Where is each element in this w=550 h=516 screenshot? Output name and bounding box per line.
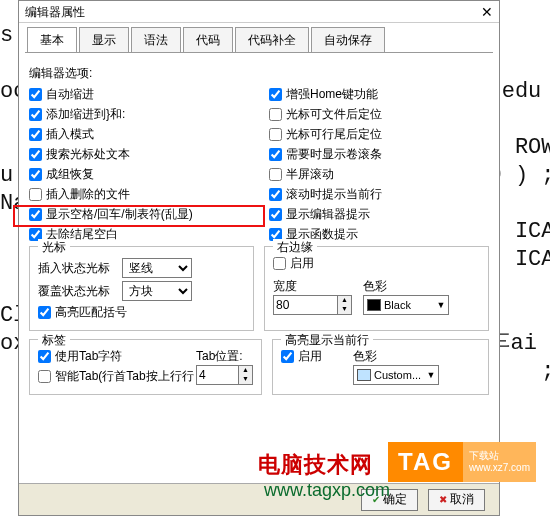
right-margin-color-picker[interactable]: Black ▼ (363, 295, 449, 315)
option-left-2[interactable]: 插入模式 (29, 126, 94, 143)
tab-pos-label: Tab位置: (196, 348, 253, 365)
option-right-0[interactable]: 增强Home键功能 (269, 86, 378, 103)
option-right-3[interactable]: 需要时显示卷滚条 (269, 146, 382, 163)
highlight-line-legend: 高亮显示当前行 (281, 332, 373, 349)
tab-legend: 标签 (38, 332, 70, 349)
chevron-up-icon[interactable]: ▲ (338, 296, 351, 305)
option-right-2[interactable]: 光标可行尾后定位 (269, 126, 382, 143)
tab-1[interactable]: 显示 (79, 27, 129, 52)
tab-2[interactable]: 语法 (131, 27, 181, 52)
chevron-down-icon[interactable]: ▼ (434, 300, 448, 310)
right-margin-width-label: 宽度 (273, 278, 363, 295)
smart-tab-checkbox[interactable]: 智能Tab(行首Tab按上行行 (38, 368, 194, 385)
watermark-tag-badge: TAG 下载站www.xz7.com (388, 442, 536, 482)
highlight-line-color-picker[interactable]: Custom... ▼ (353, 365, 439, 385)
chevron-up-icon[interactable]: ▲ (239, 366, 252, 375)
chevron-down-icon[interactable]: ▼ (424, 370, 438, 380)
right-margin-group: 右边缘 启用 宽度 ▲▼ 色彩 Black (264, 246, 489, 331)
option-right-5[interactable]: 滚动时提示当前行 (269, 186, 382, 203)
option-left-3[interactable]: 搜索光标处文本 (29, 146, 130, 163)
watermark-tag: TAG (388, 442, 463, 482)
option-left-1[interactable]: 添加缩进到}和: (29, 106, 125, 123)
option-left-5[interactable]: 插入删除的文件 (29, 186, 130, 203)
watermark-link: www.tagxp.com (264, 480, 390, 501)
caret-over-label: 覆盖状态光标 (38, 283, 122, 300)
option-left-4[interactable]: 成组恢复 (29, 166, 94, 183)
dialog-title: 编辑器属性 (25, 4, 85, 21)
right-margin-width-stepper[interactable]: ▲▼ (273, 295, 352, 315)
caret-insert-select[interactable]: 竖线 (122, 258, 192, 278)
close-icon[interactable]: ✕ (481, 4, 493, 20)
caret-over-select[interactable]: 方块 (122, 281, 192, 301)
caret-legend: 光标 (38, 239, 70, 256)
options-section-label: 编辑器选项: (29, 65, 489, 82)
use-tab-checkbox[interactable]: 使用Tab字符 (38, 348, 122, 365)
chevron-down-icon[interactable]: ▼ (338, 305, 351, 314)
highlight-line-enable-checkbox[interactable]: 启用 (281, 348, 322, 365)
tab-3[interactable]: 代码 (183, 27, 233, 52)
caret-group: 光标 插入状态光标 竖线 覆盖状态光标 方块 高亮匹配括号 (29, 246, 254, 331)
tab-group: 标签 使用Tab字符 智能Tab(行首Tab按上行行 Tab位置: ▲▼ (29, 339, 262, 395)
caret-hilite-checkbox[interactable]: 高亮匹配括号 (38, 304, 127, 321)
option-right-6[interactable]: 显示编辑器提示 (269, 206, 370, 223)
dialog-titlebar: 编辑器属性 ✕ (19, 1, 499, 23)
tab-pos-input[interactable] (196, 365, 238, 385)
color-swatch (367, 299, 381, 311)
caret-insert-label: 插入状态光标 (38, 260, 122, 277)
color-swatch (357, 369, 371, 381)
chevron-down-icon[interactable]: ▼ (239, 375, 252, 384)
editor-properties-dialog: 编辑器属性 ✕ 基本显示语法代码代码补全自动保存 编辑器选项: 自动缩进添加缩进… (18, 0, 500, 516)
right-margin-enable-checkbox[interactable]: 启用 (273, 255, 314, 272)
right-margin-color-label: 色彩 (363, 278, 449, 295)
highlight-line-group: 高亮显示当前行 启用 色彩 Custom... ▼ (272, 339, 489, 395)
right-margin-width-input[interactable] (273, 295, 337, 315)
tab-4[interactable]: 代码补全 (235, 27, 309, 52)
tabstrip: 基本显示语法代码代码补全自动保存 (19, 27, 499, 53)
cancel-button[interactable]: ✖取消 (428, 489, 485, 511)
option-right-1[interactable]: 光标可文件后定位 (269, 106, 382, 123)
option-right-4[interactable]: 半屏滚动 (269, 166, 334, 183)
tab-0[interactable]: 基本 (27, 27, 77, 52)
button-bar: ✔确定 ✖取消 (19, 483, 499, 515)
tab-pos-stepper[interactable]: ▲▼ (196, 365, 253, 385)
option-left-0[interactable]: 自动缩进 (29, 86, 94, 103)
right-margin-legend: 右边缘 (273, 239, 317, 256)
highlight-line-color-label: 色彩 (353, 348, 439, 365)
highlight-rectangle (13, 205, 265, 227)
x-icon: ✖ (439, 494, 447, 505)
watermark-brand: 电脑技术网 (258, 450, 373, 480)
tab-5[interactable]: 自动保存 (311, 27, 385, 52)
